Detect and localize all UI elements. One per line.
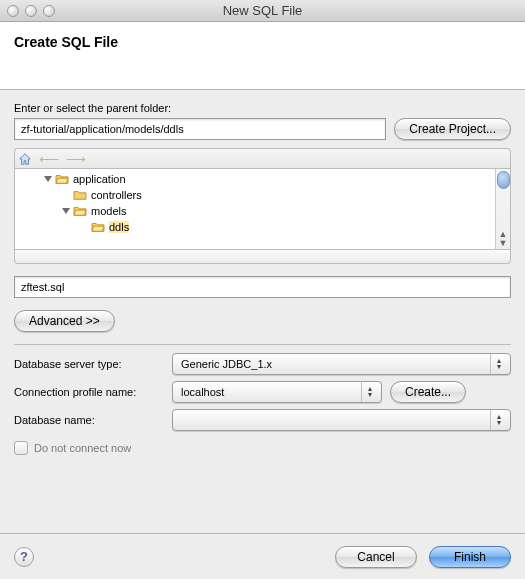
scroll-down-icon[interactable]: ▼: [499, 239, 508, 248]
database-name-select[interactable]: ▴▾: [172, 409, 511, 431]
nav-back-icon[interactable]: ⟵: [39, 152, 59, 166]
finish-button[interactable]: Finish: [429, 546, 511, 568]
folder-icon: [73, 205, 87, 217]
divider: [14, 344, 511, 345]
chevron-updown-icon: ▴▾: [490, 354, 506, 374]
help-button[interactable]: ?: [14, 547, 34, 567]
create-project-button[interactable]: Create Project...: [394, 118, 511, 140]
scroll-thumb[interactable]: [497, 171, 510, 189]
server-type-select[interactable]: Generic JDBC_1.x ▴▾: [172, 353, 511, 375]
filename-input[interactable]: [14, 276, 511, 298]
minimize-icon[interactable]: [25, 5, 37, 17]
tree-item-label: application: [73, 173, 126, 185]
disclosure-icon[interactable]: [44, 176, 52, 182]
chevron-updown-icon: ▴▾: [490, 410, 506, 430]
tree-horizontal-scrollbar[interactable]: [14, 250, 511, 264]
server-type-value: Generic JDBC_1.x: [181, 358, 272, 370]
folder-icon: [55, 173, 69, 185]
folder-tree[interactable]: applicationcontrollersmodelsddls ▲▼: [14, 168, 511, 250]
server-type-label: Database server type:: [14, 358, 164, 370]
connection-profile-select[interactable]: localhost ▴▾: [172, 381, 382, 403]
tree-vertical-scrollbar[interactable]: ▲▼: [495, 169, 510, 249]
connection-profile-label: Connection profile name:: [14, 386, 164, 398]
window-title: New SQL File: [0, 3, 525, 18]
folder-icon: [73, 189, 87, 201]
home-icon[interactable]: [18, 152, 32, 166]
advanced-button[interactable]: Advanced >>: [14, 310, 115, 332]
parent-folder-label: Enter or select the parent folder:: [14, 102, 511, 114]
chevron-updown-icon: ▴▾: [361, 382, 377, 402]
disclosure-icon[interactable]: [62, 208, 70, 214]
tree-item[interactable]: models: [18, 203, 507, 219]
cancel-button[interactable]: Cancel: [335, 546, 417, 568]
create-profile-button[interactable]: Create...: [390, 381, 466, 403]
tree-item-label: models: [91, 205, 126, 217]
database-name-label: Database name:: [14, 414, 164, 426]
tree-toolbar: ⟵ ⟶: [14, 148, 511, 168]
wizard-banner: Create SQL File: [0, 22, 525, 90]
tree-item[interactable]: application: [18, 171, 507, 187]
tree-item-label: controllers: [91, 189, 142, 201]
tree-item[interactable]: ddls: [18, 219, 507, 235]
zoom-icon[interactable]: [43, 5, 55, 17]
titlebar: New SQL File: [0, 0, 525, 22]
page-title: Create SQL File: [14, 34, 511, 50]
folder-icon: [91, 221, 105, 233]
connection-profile-value: localhost: [181, 386, 224, 398]
tree-item[interactable]: controllers: [18, 187, 507, 203]
nav-forward-icon[interactable]: ⟶: [66, 152, 86, 166]
close-icon[interactable]: [7, 5, 19, 17]
do-not-connect-checkbox[interactable]: [14, 441, 28, 455]
do-not-connect-label: Do not connect now: [34, 442, 131, 454]
window-controls: [7, 5, 55, 17]
parent-folder-input[interactable]: [14, 118, 386, 140]
tree-item-label: ddls: [109, 221, 129, 233]
dialog-footer: ? Cancel Finish: [0, 533, 525, 579]
